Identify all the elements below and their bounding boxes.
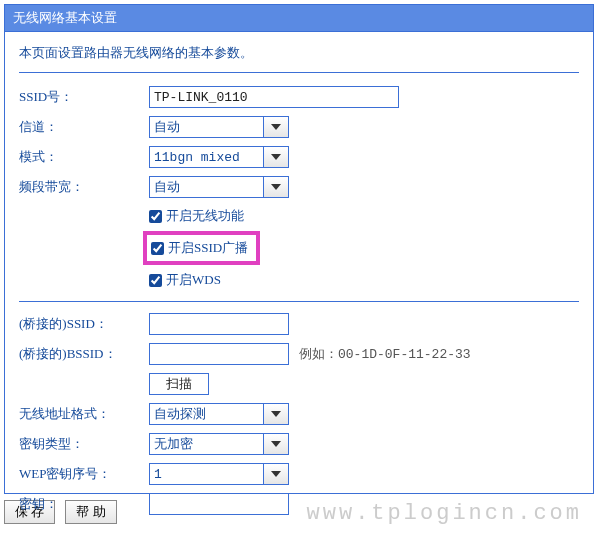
key-type-select[interactable]: 无加密 [149,433,263,455]
chevron-down-icon [271,154,281,160]
bridge-ssid-label: (桥接的)SSID： [19,315,149,333]
enable-wds-label: 开启WDS [166,271,221,289]
panel-body: 本页面设置路由器无线网络的基本参数。 SSID号： 信道： 自动 模式： 11b… [5,32,593,534]
key-label: 密钥： [19,495,149,513]
chevron-down-icon [271,411,281,417]
scan-button[interactable]: 扫描 [149,373,209,395]
highlighted-ssid-broadcast: 开启SSID广播 [143,231,260,265]
addr-format-select[interactable]: 自动探测 [149,403,263,425]
enable-wireless-label: 开启无线功能 [166,207,244,225]
wireless-settings-panel: 无线网络基本设置 本页面设置路由器无线网络的基本参数。 SSID号： 信道： 自… [4,4,594,494]
bssid-example: 例如：00-1D-0F-11-22-33 [299,345,471,363]
bridge-ssid-input[interactable] [149,313,289,335]
enable-wireless-row[interactable]: 开启无线功能 [149,205,579,227]
bandwidth-label: 频段带宽： [19,178,149,196]
channel-label: 信道： [19,118,149,136]
key-input[interactable] [149,493,289,515]
wep-index-label: WEP密钥序号： [19,465,149,483]
wep-index-dropdown-button[interactable] [263,463,289,485]
enable-ssid-broadcast-label: 开启SSID广播 [168,239,248,257]
mode-dropdown-button[interactable] [263,146,289,168]
wep-index-select[interactable]: 1 [149,463,263,485]
bridge-bssid-input[interactable] [149,343,289,365]
mode-select[interactable]: 11bgn mixed [149,146,263,168]
enable-wds-row[interactable]: 开启WDS [149,269,579,291]
bandwidth-dropdown-button[interactable] [263,176,289,198]
addr-format-dropdown-button[interactable] [263,403,289,425]
channel-dropdown-button[interactable] [263,116,289,138]
panel-title: 无线网络基本设置 [5,5,593,32]
ssid-input[interactable] [149,86,399,108]
chevron-down-icon [271,471,281,477]
chevron-down-icon [271,441,281,447]
key-type-label: 密钥类型： [19,435,149,453]
channel-select[interactable]: 自动 [149,116,263,138]
mode-label: 模式： [19,148,149,166]
enable-wireless-checkbox[interactable] [149,210,162,223]
key-type-dropdown-button[interactable] [263,433,289,455]
bridge-bssid-label: (桥接的)BSSID： [19,345,149,363]
enable-ssid-broadcast-checkbox[interactable] [151,242,164,255]
addr-format-label: 无线地址格式： [19,405,149,423]
section-divider [19,301,579,302]
bandwidth-select[interactable]: 自动 [149,176,263,198]
ssid-label: SSID号： [19,88,149,106]
enable-wds-checkbox[interactable] [149,274,162,287]
chevron-down-icon [271,184,281,190]
intro-text: 本页面设置路由器无线网络的基本参数。 [19,44,579,73]
chevron-down-icon [271,124,281,130]
